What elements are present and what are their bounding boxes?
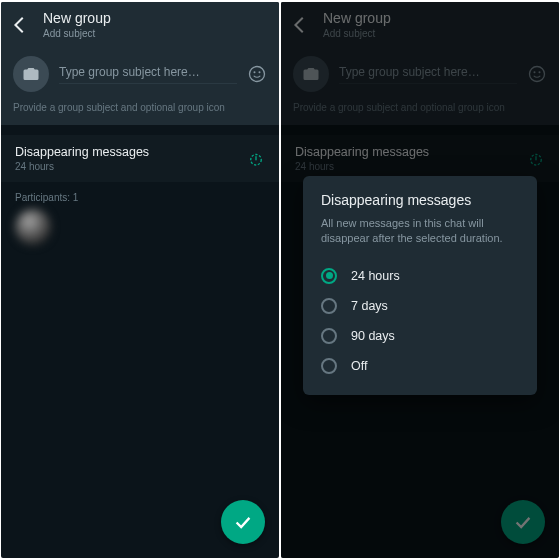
radio-option-24-hours[interactable]: 24 hours (321, 261, 519, 291)
disappearing-messages-row[interactable]: Disappearing messages 24 hours (1, 135, 279, 182)
dialog-title: Disappearing messages (321, 192, 519, 208)
radio-option-90-days[interactable]: 90 days (321, 321, 519, 351)
subject-row: Type group subject here… (13, 56, 267, 92)
svg-point-0 (250, 67, 265, 82)
appbar-titles: New group Add subject (43, 11, 111, 38)
avatar[interactable] (15, 209, 51, 245)
radio-label: 90 days (351, 329, 395, 343)
radio-option-7-days[interactable]: 7 days (321, 291, 519, 321)
emoji-icon[interactable] (247, 64, 267, 84)
disappearing-dialog: Disappearing messages All new messages i… (303, 176, 537, 395)
svg-point-2 (259, 71, 261, 73)
screen-new-group: New group Add subject Type group subject… (1, 2, 279, 558)
radio-icon (321, 268, 337, 284)
subject-area: Type group subject here… Provide a group… (1, 48, 279, 125)
radio-icon (321, 358, 337, 374)
subject-input[interactable]: Type group subject here… (59, 65, 237, 84)
participants-label: Participants: 1 (1, 182, 279, 209)
confirm-fab[interactable] (221, 500, 265, 544)
radio-label: Off (351, 359, 367, 373)
radio-label: 7 days (351, 299, 388, 313)
back-arrow-icon[interactable] (9, 14, 31, 36)
subject-helper: Provide a group subject and optional gro… (13, 102, 267, 113)
participants-row (1, 209, 279, 245)
divider (1, 125, 279, 135)
screen-dialog-open: New group Add subject Type group subject… (281, 2, 559, 558)
disappearing-title: Disappearing messages (15, 145, 149, 159)
disappearing-value: 24 hours (15, 161, 149, 172)
appbar-title: New group (43, 11, 111, 26)
group-icon-picker[interactable] (13, 56, 49, 92)
radio-option-off[interactable]: Off (321, 351, 519, 381)
svg-point-1 (254, 71, 256, 73)
dialog-description: All new messages in this chat will disap… (321, 216, 519, 247)
timer-icon (247, 150, 265, 168)
radio-icon (321, 298, 337, 314)
disappearing-text: Disappearing messages 24 hours (15, 145, 149, 172)
appbar: New group Add subject (1, 2, 279, 48)
radio-icon (321, 328, 337, 344)
radio-label: 24 hours (351, 269, 400, 283)
appbar-subtitle: Add subject (43, 28, 111, 39)
